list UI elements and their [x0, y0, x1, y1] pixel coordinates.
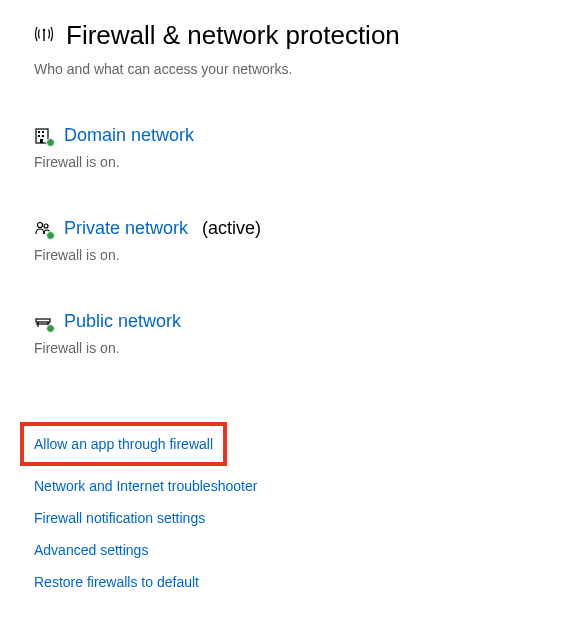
links-section: Allow an app through firewall Network an…	[34, 422, 552, 590]
private-network-section: Private network (active) Firewall is on.	[34, 218, 552, 263]
network-status: Firewall is on.	[34, 247, 552, 263]
status-badge-icon	[46, 231, 55, 240]
svg-point-8	[38, 222, 43, 227]
troubleshooter-link[interactable]: Network and Internet troubleshooter	[34, 478, 552, 494]
svg-rect-7	[40, 139, 43, 143]
svg-rect-6	[42, 135, 44, 137]
domain-network-section: Domain network Firewall is on.	[34, 125, 552, 170]
svg-rect-10	[36, 319, 50, 322]
page-subtitle: Who and what can access your networks.	[34, 61, 552, 77]
public-network-section: Public network Firewall is on.	[34, 311, 552, 356]
public-network-link[interactable]: Public network	[64, 311, 181, 332]
svg-rect-3	[38, 131, 40, 133]
allow-app-link[interactable]: Allow an app through firewall	[34, 436, 213, 452]
svg-point-9	[44, 224, 48, 228]
building-icon	[34, 127, 52, 145]
network-status: Firewall is on.	[34, 340, 552, 356]
svg-rect-5	[38, 135, 40, 137]
bench-icon	[34, 313, 52, 331]
network-header: Public network	[34, 311, 552, 332]
active-label: (active)	[202, 218, 261, 239]
highlighted-link-box: Allow an app through firewall	[20, 422, 227, 466]
restore-default-link[interactable]: Restore firewalls to default	[34, 574, 552, 590]
domain-network-link[interactable]: Domain network	[64, 125, 194, 146]
title-row: Firewall & network protection	[34, 20, 552, 51]
people-icon	[34, 220, 52, 238]
network-status: Firewall is on.	[34, 154, 552, 170]
status-badge-icon	[46, 138, 55, 147]
advanced-settings-link[interactable]: Advanced settings	[34, 542, 552, 558]
page-title: Firewall & network protection	[66, 20, 400, 51]
network-header: Private network (active)	[34, 218, 552, 239]
network-header: Domain network	[34, 125, 552, 146]
private-network-link[interactable]: Private network	[64, 218, 188, 239]
svg-rect-4	[42, 131, 44, 133]
status-badge-icon	[46, 324, 55, 333]
svg-point-1	[43, 28, 45, 30]
broadcast-icon	[34, 25, 54, 47]
page-header: Firewall & network protection Who and wh…	[34, 20, 552, 77]
notification-settings-link[interactable]: Firewall notification settings	[34, 510, 552, 526]
